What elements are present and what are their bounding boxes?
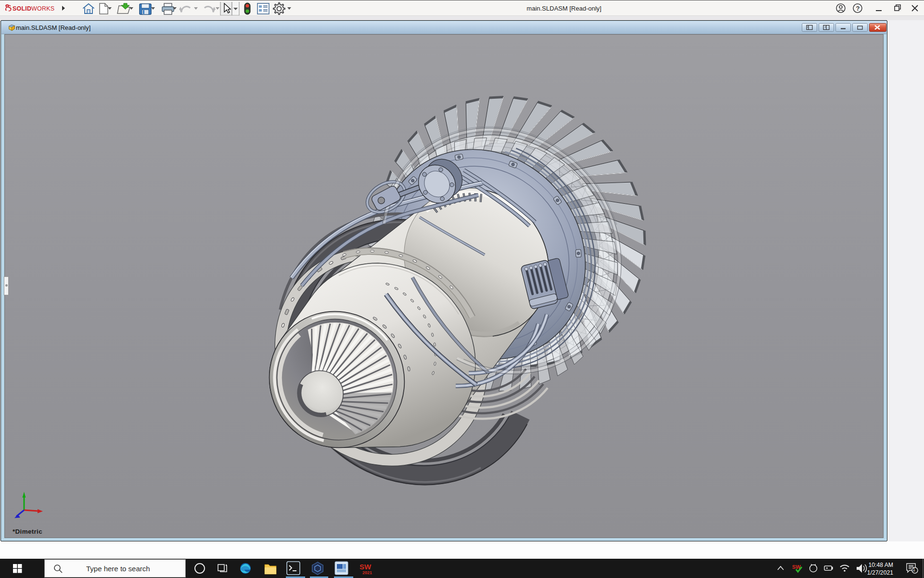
svg-text:SOLID: SOLID [13,5,31,12]
svg-text:WORKS: WORKS [31,5,54,12]
svg-text:2021: 2021 [362,570,372,575]
svg-text:1/27/2021: 1/27/2021 [867,569,893,576]
svg-text:1: 1 [912,566,915,572]
svg-text:?: ? [856,5,860,12]
svg-text:10:48 AM: 10:48 AM [869,562,894,568]
svg-text:SW: SW [359,563,372,571]
